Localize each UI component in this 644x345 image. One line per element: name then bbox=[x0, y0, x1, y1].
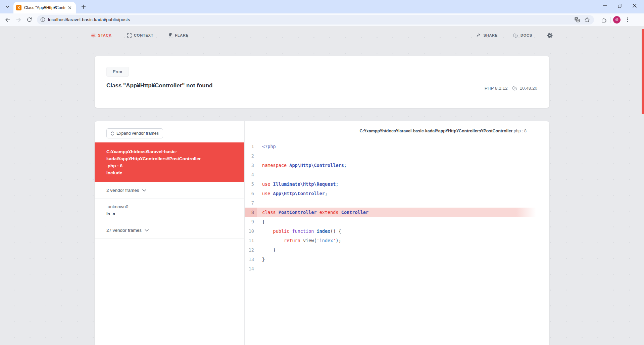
code-token: PostController bbox=[279, 210, 317, 215]
forward-button[interactable] bbox=[13, 15, 23, 25]
code-line: 3namespace App\Http\Controllers; bbox=[245, 161, 549, 170]
page-scrollbar-thumb[interactable] bbox=[642, 29, 644, 114]
unknown-stack-frame[interactable]: .unknown0 is_a bbox=[95, 199, 244, 222]
translate-icon[interactable] bbox=[573, 16, 581, 24]
docs-button[interactable]: DOCS bbox=[513, 33, 532, 38]
code-token: use bbox=[262, 191, 270, 196]
tab-stack[interactable]: STACK bbox=[91, 33, 112, 37]
code-line: 2 bbox=[245, 151, 549, 161]
code-file-path: C:¥xampp¥htdocs¥laravel-basic-kadai¥app¥… bbox=[360, 129, 513, 133]
code-token bbox=[317, 210, 319, 215]
expand-collapse-icon bbox=[111, 131, 114, 136]
line-number: 11 bbox=[245, 236, 257, 245]
code-token: ; bbox=[325, 191, 328, 196]
flare-icon bbox=[169, 33, 172, 38]
gear-icon bbox=[547, 33, 553, 38]
code-token: function bbox=[292, 228, 314, 234]
line-number: 10 bbox=[245, 226, 257, 236]
tab-context[interactable]: CONTEXT bbox=[127, 33, 153, 38]
php-version: PHP 8.2.12 bbox=[485, 86, 508, 91]
tab-context-label: CONTEXT bbox=[134, 33, 153, 37]
browser-tab[interactable]: X Class "App¥Http¥Controller" no bbox=[13, 2, 76, 13]
code-file-header: C:¥xampp¥htdocs¥laravel-basic-kadai¥app¥… bbox=[245, 121, 549, 133]
reload-button[interactable] bbox=[24, 15, 34, 25]
laravel-version-icon bbox=[512, 86, 517, 91]
url-text[interactable]: localhost/laravel-basic-kadai/public/pos… bbox=[48, 17, 571, 22]
error-summary-left: Error Class "App¥Http¥Controller" not fo… bbox=[106, 67, 212, 108]
reload-icon bbox=[27, 17, 32, 23]
site-info-icon[interactable] bbox=[40, 17, 45, 22]
code-token: } bbox=[262, 257, 265, 262]
minimize-button[interactable] bbox=[598, 1, 612, 11]
code-text: return view('index'); bbox=[257, 236, 341, 245]
share-label: SHARE bbox=[484, 33, 498, 37]
line-number: 2 bbox=[245, 151, 257, 161]
code-token bbox=[339, 210, 341, 215]
close-icon bbox=[633, 4, 637, 8]
minimize-icon bbox=[603, 5, 607, 6]
plus-icon bbox=[81, 4, 86, 9]
code-text: } bbox=[257, 255, 265, 264]
browser-tabstrip: X Class "App¥Http¥Controller" no bbox=[0, 0, 644, 13]
code-text: <?php bbox=[257, 142, 276, 151]
tab-stack-label: STACK bbox=[98, 33, 112, 37]
code-token: Controller bbox=[341, 210, 368, 215]
url-bar[interactable]: localhost/laravel-basic-kadai/public/pos… bbox=[37, 15, 594, 25]
code-token: } bbox=[262, 247, 276, 253]
code-token bbox=[270, 191, 273, 196]
stack-trace-section: Expand vendor frames C:¥xampp¥htdocs¥lar… bbox=[95, 121, 549, 345]
vendor-frames-group-top[interactable]: 2 vendor frames bbox=[95, 182, 244, 199]
code-token: ; bbox=[336, 181, 338, 187]
code-line: 8class PostController extends Controller bbox=[245, 208, 549, 217]
new-tab-button[interactable] bbox=[79, 2, 88, 11]
selected-stack-frame[interactable]: C:¥xampp¥htdocs¥laravel-basic-kadai¥app¥… bbox=[95, 142, 244, 182]
forward-icon bbox=[15, 17, 21, 23]
tab-close-icon[interactable] bbox=[67, 5, 72, 10]
frame-file-path: C:¥xampp¥htdocs¥laravel-basic-kadai¥app¥… bbox=[106, 149, 201, 161]
code-token: { bbox=[262, 219, 265, 224]
laravel-docs-icon bbox=[513, 33, 518, 38]
back-icon bbox=[5, 17, 11, 23]
code-token: namespace bbox=[262, 163, 287, 168]
code-token bbox=[270, 181, 273, 187]
line-number: 6 bbox=[245, 189, 257, 198]
restore-button[interactable] bbox=[612, 1, 627, 11]
code-token: <?php bbox=[262, 144, 276, 149]
code-token: index bbox=[319, 238, 333, 243]
close-window-button[interactable] bbox=[627, 1, 642, 11]
code-token bbox=[276, 210, 279, 215]
unknown-frame-method: is_a bbox=[106, 210, 233, 217]
browser-menu-icon[interactable] bbox=[623, 16, 631, 24]
code-token: ' bbox=[317, 238, 319, 243]
expand-vendor-frames-label: Expand vendor frames bbox=[116, 131, 159, 136]
code-line: 6use App\Http\Controller; bbox=[245, 189, 549, 198]
bookmark-star-icon[interactable] bbox=[583, 16, 591, 24]
chevron-down-icon bbox=[145, 229, 149, 231]
tab-search-button[interactable] bbox=[3, 2, 12, 11]
code-text: { bbox=[257, 217, 265, 226]
line-number: 1 bbox=[245, 142, 257, 151]
chevron-down-icon bbox=[5, 5, 9, 8]
toolbar-separator bbox=[610, 17, 610, 23]
chevron-down-icon bbox=[142, 189, 146, 191]
ignition-nav: STACK CONTEXT FLARE SHARE DOCS bbox=[91, 26, 553, 39]
code-token: public bbox=[273, 228, 290, 234]
unknown-frame-class: .unknown0 bbox=[106, 203, 233, 210]
vendor-frames-group-bottom[interactable]: 27 vendor frames bbox=[95, 222, 244, 239]
code-line: 4 bbox=[245, 170, 549, 179]
code-lines: 1<?php23namespace App\Http\Controllers;4… bbox=[245, 142, 549, 273]
code-text: namespace App\Http\Controllers; bbox=[257, 161, 347, 170]
code-viewer-panel: C:¥xampp¥htdocs¥laravel-basic-kadai¥app¥… bbox=[245, 121, 549, 345]
share-button[interactable]: SHARE bbox=[477, 33, 498, 37]
error-message: Class "App¥Http¥Controller" not found bbox=[106, 82, 212, 89]
expand-vendor-frames-button[interactable]: Expand vendor frames bbox=[106, 128, 163, 138]
toolbar-right: 傍 bbox=[597, 16, 631, 24]
extensions-icon[interactable] bbox=[600, 16, 607, 24]
back-button[interactable] bbox=[3, 15, 13, 25]
tab-flare[interactable]: FLARE bbox=[169, 33, 189, 38]
code-token: App\Http\Controller bbox=[273, 191, 325, 196]
code-token: () { bbox=[330, 228, 341, 234]
stack-frames-panel: Expand vendor frames C:¥xampp¥htdocs¥lar… bbox=[95, 121, 245, 345]
profile-avatar[interactable]: 傍 bbox=[613, 16, 621, 24]
settings-button[interactable] bbox=[547, 33, 553, 38]
